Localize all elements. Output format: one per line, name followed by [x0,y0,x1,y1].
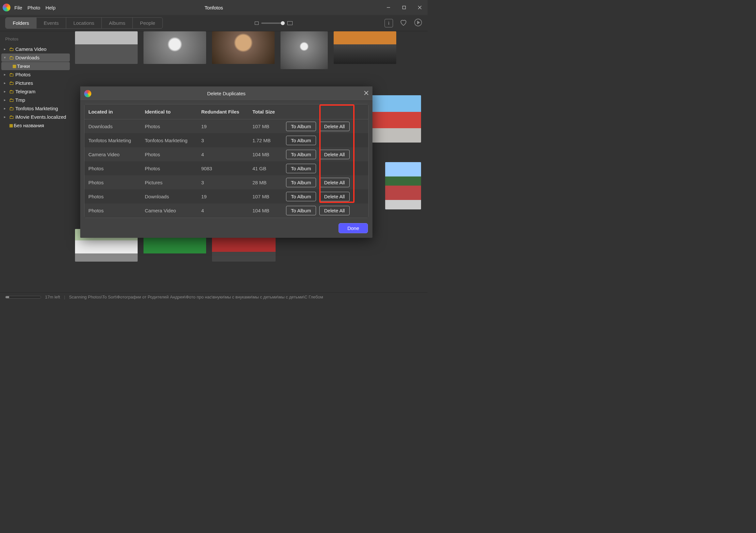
cell-total-size: 1.72 MB [249,138,282,143]
cell-located-in: Downloads [85,124,141,129]
photo-thumbnail[interactable] [334,31,396,64]
cell-redundant-files: 3 [197,180,249,185]
table-row: PhotosCamera Video4104 MBTo AlbumDelete … [85,204,368,217]
to-album-button[interactable]: To Album [286,136,316,145]
dialog-titlebar: Delete Duplicates [80,86,372,101]
cell-total-size: 107 MB [249,194,282,199]
cell-located-in: Camera Video [85,152,141,157]
close-button[interactable] [412,0,428,15]
header-total-size: Total Size [249,104,282,119]
delete-all-button[interactable]: Delete All [319,122,350,131]
sidebar-item-downloads[interactable]: ▾🗀Downloads [1,53,70,62]
to-album-button[interactable]: To Album [286,150,316,159]
tree-arrow-icon[interactable]: ▸ [4,72,8,77]
tree-arrow-icon[interactable]: ▸ [4,98,8,102]
sidebar-item-tonfotos-markteting[interactable]: ▸🗀Tonfotos Markteting [1,104,70,113]
tab-locations[interactable]: Locations [66,17,102,28]
delete-all-button[interactable]: Delete All [319,206,350,215]
table-row: PhotosPictures328 MBTo AlbumDelete All [85,176,368,189]
cell-identical-to: Camera Video [141,208,197,213]
to-album-button[interactable]: To Album [286,122,316,131]
folder-icon: 🗀 [9,46,14,52]
sidebar-item-label: iMovie Events.localized [15,114,66,120]
tree-arrow-icon[interactable]: ▸ [4,115,8,119]
sidebar-item-tmp[interactable]: ▸🗀Tmp [1,96,70,104]
sidebar: Photos ▸🗀Camera Video▾🗀Downloads▦Тачки▸🗀… [0,31,71,292]
table-row: PhotosPhotos908341 GBTo Album [85,161,368,176]
tab-albums[interactable]: Albums [102,17,133,28]
app-logo-icon [3,4,11,12]
to-album-button[interactable]: To Album [286,192,316,201]
folder-icon: 🗀 [9,55,14,60]
sidebar-item-telegram[interactable]: ▸🗀Telegram [1,87,70,96]
sidebar-item-label: Tmp [15,97,25,103]
slideshow-button[interactable] [414,18,422,28]
delete-duplicates-dialog: Delete Duplicates Located in Identical t… [80,86,372,238]
dialog-title: Delete Duplicates [207,91,246,96]
scan-progress-fill [6,296,9,298]
svg-marker-5 [418,21,420,24]
cell-located-in: Photos [85,166,141,171]
sidebar-item-imovie-events.localized[interactable]: ▸🗀iMovie Events.localized [1,113,70,121]
cell-redundant-files: 3 [197,138,249,143]
tab-folders[interactable]: Folders [6,17,37,28]
cell-identical-to: Tonfotos Markteting [141,138,197,143]
folder-icon: 🗀 [9,114,14,120]
minimize-button[interactable] [381,0,396,15]
delete-all-button[interactable]: Delete All [319,150,350,159]
menu-file[interactable]: File [14,5,22,11]
tree-arrow-icon[interactable]: ▸ [4,81,8,85]
favorite-button[interactable] [399,18,407,27]
cell-located-in: Photos [85,194,141,199]
zoom-slider[interactable] [261,22,285,24]
view-tabs: Folders Events Locations Albums People [5,17,163,29]
menubar: File Photo Help [14,5,55,11]
tree-arrow-icon[interactable]: ▸ [4,47,8,51]
dialog-close-button[interactable] [364,90,368,97]
maximize-button[interactable] [396,0,412,15]
sidebar-item-тачки[interactable]: ▦Тачки [1,62,70,70]
photo-thumbnail[interactable] [144,31,206,64]
sidebar-item-photos[interactable]: ▸🗀Photos [1,70,70,79]
folder-icon: 🗀 [9,106,14,111]
table-row: DownloadsPhotos19107 MBTo AlbumDelete Al… [85,119,368,133]
delete-all-button[interactable]: Delete All [319,178,350,187]
photo-thumbnail[interactable] [75,31,138,64]
sidebar-item-label: Photos [15,72,31,77]
folder-icon: 🗀 [9,97,14,103]
menu-photo[interactable]: Photo [27,5,40,11]
scan-progress [5,296,41,298]
tree-arrow-icon[interactable]: ▸ [4,106,8,111]
photo-thumbnail[interactable] [281,31,328,69]
photo-thumbnail[interactable] [385,162,421,210]
sidebar-item-camera-video[interactable]: ▸🗀Camera Video [1,45,70,53]
delete-all-button[interactable]: Delete All [319,192,350,201]
cell-total-size: 104 MB [249,152,282,157]
cell-total-size: 104 MB [249,208,282,213]
cell-located-in: Photos [85,208,141,213]
album-icon: ▦ [13,64,16,69]
sidebar-item-pictures[interactable]: ▸🗀Pictures [1,79,70,87]
zoom-slider-thumb[interactable] [281,21,285,25]
header-identical-to: Identical to [141,104,197,119]
info-button[interactable]: i [385,19,393,27]
thumb-large-icon[interactable] [287,21,292,25]
done-button[interactable]: Done [338,223,368,233]
to-album-button[interactable]: To Album [286,206,316,215]
cell-redundant-files: 19 [197,194,249,199]
to-album-button[interactable]: To Album [286,178,316,187]
tree-arrow-icon[interactable]: ▾ [4,55,8,60]
sidebar-item-label: Без названия [14,123,44,128]
cell-located-in: Tonfotos Markteting [85,138,141,143]
sidebar-item-без-названия[interactable]: ▦Без названия [1,121,70,129]
dialog-logo-icon [84,90,91,97]
tree-arrow-icon[interactable]: ▸ [4,89,8,94]
thumb-small-icon[interactable] [255,21,258,25]
cell-total-size: 41 GB [249,166,282,171]
to-album-button[interactable]: To Album [286,164,316,173]
tab-events[interactable]: Events [37,17,66,28]
tab-people[interactable]: People [133,17,162,28]
menu-help[interactable]: Help [45,5,55,11]
photo-thumbnail[interactable] [212,31,275,64]
table-row: Tonfotos MarktetingTonfotos Markteting31… [85,133,368,148]
